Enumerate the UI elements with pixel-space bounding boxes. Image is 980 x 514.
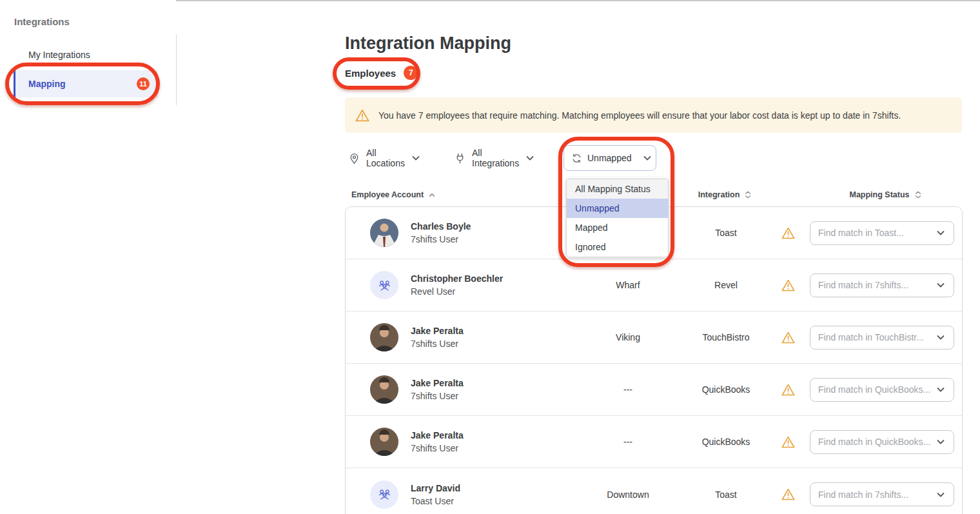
sidebar-item-my-integrations[interactable]: My Integrations xyxy=(14,41,158,68)
integration-cell: TouchBistro xyxy=(686,332,766,342)
mapping-status-dropdown: All Mapping Status Unmapped Mapped Ignor… xyxy=(566,179,669,257)
find-match-placeholder: Find match in 7shifts... xyxy=(818,280,908,290)
location-cell: --- xyxy=(570,384,686,395)
warning-banner-text: You have 7 employees that require matchi… xyxy=(378,110,901,121)
active-tab-indicator xyxy=(345,86,407,89)
sort-asc-icon xyxy=(427,190,436,199)
dropdown-option-unmapped[interactable]: Unmapped xyxy=(567,199,668,218)
chevron-down-icon xyxy=(936,280,946,290)
page-title: Integration Mapping xyxy=(345,34,511,54)
integration-cell: Toast xyxy=(686,228,766,238)
avatar xyxy=(370,375,398,404)
integration-cell: Toast xyxy=(686,489,766,500)
tab-employees[interactable]: Employees 7 xyxy=(345,66,418,80)
map-pin-icon xyxy=(348,152,360,164)
sidebar-item-mapping[interactable]: Mapping 11 xyxy=(14,70,158,97)
warning-triangle-icon xyxy=(355,108,369,123)
table-row: Larry DavidToast User Downtown Toast Fin… xyxy=(346,468,962,514)
find-match-placeholder: Find match in Toast... xyxy=(818,228,904,238)
avatar xyxy=(370,271,398,299)
integration-cell: Revel xyxy=(686,280,766,290)
dropdown-option-all-mapping-status[interactable]: All Mapping Status xyxy=(567,179,668,199)
warning-triangle-icon xyxy=(781,226,795,240)
table-row: Jake Peralta7shifts User --- QuickBooks … xyxy=(346,364,962,416)
chevron-down-icon xyxy=(642,153,652,163)
column-label: Mapping Status xyxy=(849,190,909,199)
warning-banner: You have 7 employees that require matchi… xyxy=(345,97,962,133)
sync-icon xyxy=(571,153,582,164)
find-match-placeholder: Find match in TouchBistr... xyxy=(818,332,924,342)
location-cell: Viking xyxy=(570,332,686,342)
find-match-select[interactable]: Find match in 7shifts... xyxy=(810,273,954,297)
chevron-down-icon xyxy=(411,153,421,163)
chevron-down-icon xyxy=(936,332,946,342)
mapping-count-badge: 11 xyxy=(137,77,150,90)
find-match-placeholder: Find match in QuickBooks... xyxy=(818,384,930,395)
sort-icon xyxy=(743,190,752,200)
warning-triangle-icon xyxy=(781,488,795,501)
sidebar-title: Integrations xyxy=(14,16,70,27)
sidebar-item-label: My Integrations xyxy=(28,50,90,60)
find-match-select[interactable]: Find match in QuickBooks... xyxy=(810,378,954,402)
employees-count-badge: 7 xyxy=(404,66,418,80)
column-label: Employee Account xyxy=(351,190,424,199)
find-match-placeholder: Find match in 7shifts... xyxy=(818,489,908,500)
employee-account-type: 7shifts User xyxy=(411,339,570,349)
mapping-status-filter-value: Unmapped xyxy=(587,153,632,163)
employee-account-type: 7shifts User xyxy=(411,391,570,401)
dropdown-option-ignored[interactable]: Ignored xyxy=(567,237,668,257)
table-row: Jake Peralta7shifts User Viking TouchBis… xyxy=(346,311,962,364)
column-label: Integration xyxy=(698,190,740,199)
find-match-select[interactable]: Find match in QuickBooks... xyxy=(810,430,954,454)
chevron-down-icon xyxy=(936,437,946,447)
mapping-status-filter[interactable]: Unmapped xyxy=(564,145,656,171)
integration-cell: QuickBooks xyxy=(686,384,766,395)
employee-account-type: 7shifts User xyxy=(411,443,570,453)
location-cell: Downtown xyxy=(570,489,686,500)
location-cell: --- xyxy=(570,437,686,447)
find-match-select[interactable]: Find match in TouchBistr... xyxy=(810,326,954,350)
warning-triangle-icon xyxy=(781,435,795,449)
employee-name: Christopher Boechler xyxy=(411,273,570,284)
warning-triangle-icon xyxy=(781,331,795,344)
employee-name: Jake Peralta xyxy=(411,378,570,388)
sidebar-item-label: Mapping xyxy=(28,79,66,89)
employee-account-type: Toast User xyxy=(411,496,570,506)
dropdown-option-mapped[interactable]: Mapped xyxy=(567,218,668,237)
find-match-select[interactable]: Find match in 7shifts... xyxy=(810,482,954,506)
integrations-filter-label: All Integrations xyxy=(472,148,519,168)
avatar xyxy=(370,480,398,509)
table-row: Jake Peralta7shifts User --- QuickBooks … xyxy=(346,416,962,468)
chevron-down-icon xyxy=(936,384,946,395)
integration-cell: QuickBooks xyxy=(686,437,766,447)
warning-triangle-icon xyxy=(781,279,795,292)
sidebar-divider xyxy=(176,34,177,105)
integrations-filter[interactable]: All Integrations xyxy=(454,148,535,168)
find-match-placeholder: Find match in QuickBooks... xyxy=(818,437,930,447)
column-header-integration[interactable]: Integration xyxy=(685,190,765,200)
warning-triangle-icon xyxy=(781,383,795,397)
avatar xyxy=(370,428,398,456)
chevron-down-icon xyxy=(525,153,535,163)
employee-account-type: 7shifts User xyxy=(411,234,570,244)
avatar xyxy=(370,219,398,247)
table-row: Christopher BoechlerRevel User Wharf Rev… xyxy=(346,259,962,311)
plug-icon xyxy=(454,152,466,164)
locations-filter-label: All Locations xyxy=(366,148,405,168)
location-cell: Wharf xyxy=(570,280,686,290)
employee-name: Charles Boyle xyxy=(411,221,570,232)
employee-name: Jake Peralta xyxy=(411,430,570,440)
column-header-employee-account[interactable]: Employee Account xyxy=(345,190,569,199)
find-match-select[interactable]: Find match in Toast... xyxy=(810,221,954,245)
chevron-down-icon xyxy=(936,228,946,238)
employee-name: Jake Peralta xyxy=(411,326,570,336)
column-header-mapping-status[interactable]: Mapping Status xyxy=(809,190,963,200)
sort-icon xyxy=(914,190,923,200)
chevron-down-icon xyxy=(936,489,946,500)
employee-account-type: Revel User xyxy=(411,286,570,297)
employee-name: Larry David xyxy=(411,483,570,493)
locations-filter[interactable]: All Locations xyxy=(348,148,421,168)
sidebar: Integrations My Integrations Mapping 11 xyxy=(0,0,176,514)
tab-label: Employees xyxy=(345,68,396,79)
avatar xyxy=(370,323,398,351)
